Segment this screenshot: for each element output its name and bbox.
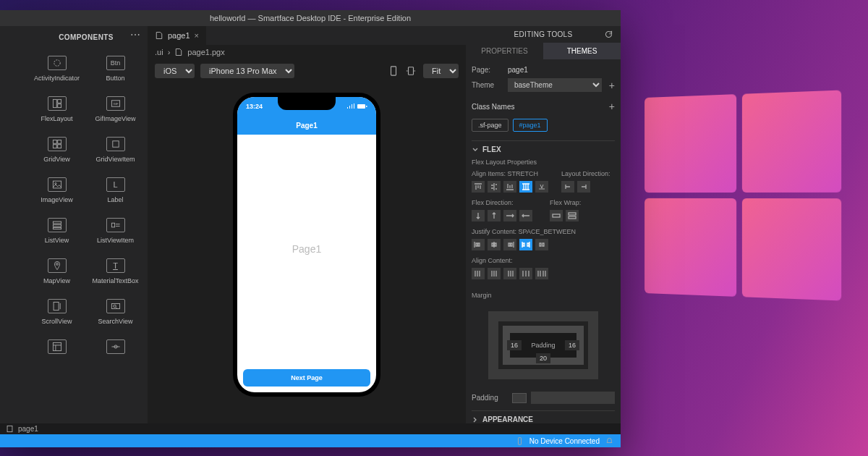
dir-col-rev[interactable] — [488, 210, 501, 221]
close-icon[interactable]: × — [195, 31, 199, 40]
editing-tools-panel: EDITING TOOLS PROPERTIES THEMES Page: pa… — [466, 26, 621, 423]
device-status[interactable]: No Device Connected — [529, 437, 600, 445]
margin-bottom-value[interactable]: 20 — [536, 353, 550, 363]
ac-1[interactable] — [472, 268, 485, 279]
design-canvas[interactable]: 13:24 Page1 Page1 Next Page — [148, 83, 466, 423]
phone-frame: 13:24 Page1 Page1 Next Page — [233, 93, 380, 397]
fit-select[interactable]: Fit — [423, 64, 459, 78]
align-start[interactable] — [472, 181, 485, 193]
editor-area: page1 × .ui › page1.pgx iOS iPhone 13 Pr… — [148, 26, 466, 423]
component-SearchView[interactable]: SearchView — [86, 293, 145, 331]
ac-5[interactable] — [535, 268, 548, 279]
flex-section[interactable]: FLEX — [472, 140, 615, 156]
battery-icon — [357, 104, 367, 109]
component-GridView[interactable]: GridView — [27, 131, 86, 169]
add-class-button[interactable]: + — [609, 101, 615, 112]
margin-right-value[interactable]: 16 — [565, 340, 579, 350]
components-title: COMPONENTS — [25, 29, 148, 46]
search-icon — [106, 299, 125, 313]
phone-icon[interactable] — [388, 66, 399, 76]
theme-row: Theme baseTheme + — [472, 76, 615, 94]
platform-select[interactable]: iOS — [155, 64, 195, 78]
svg-rect-11 — [53, 181, 61, 188]
component-ListViewItem[interactable]: ListViewItem — [86, 212, 145, 250]
rtl-button[interactable] — [577, 181, 590, 193]
justify-between[interactable] — [519, 239, 532, 250]
phone-notch — [278, 97, 336, 110]
activity-bar[interactable] — [0, 26, 25, 423]
box-model-editor[interactable]: Padding 16 16 20 — [478, 305, 608, 385]
panel-title: EDITING TOOLS — [466, 26, 621, 43]
justify-end[interactable] — [503, 239, 516, 250]
device-icon — [516, 437, 524, 445]
chip-page1[interactable]: #page1 — [513, 119, 548, 132]
component-ActivityIndicator[interactable]: ActivityIndicator — [27, 50, 86, 88]
layout-icon — [48, 96, 67, 111]
device-select[interactable]: iPhone 13 Pro Max — [200, 64, 294, 78]
justify-start[interactable] — [472, 239, 485, 250]
dir-col[interactable] — [472, 210, 485, 221]
component-Button[interactable]: BtnButton — [86, 50, 145, 88]
padding-input[interactable] — [531, 392, 615, 404]
component-GifImageView[interactable]: GIFGifImageView — [86, 90, 145, 128]
component-ImageView[interactable]: ImageView — [27, 172, 86, 209]
chip-sf-page[interactable]: .sf-page — [472, 119, 509, 132]
chevron-down-icon — [472, 146, 479, 153]
dir-row[interactable] — [503, 210, 516, 221]
tab-themes[interactable]: THEMES — [543, 43, 621, 59]
rotate-icon[interactable] — [406, 66, 416, 76]
component-ListView[interactable]: ListView — [27, 212, 86, 250]
page-name-row: Page: page1 — [472, 64, 615, 76]
svg-rect-8 — [53, 145, 56, 148]
ac-3[interactable] — [503, 268, 516, 279]
signal-icon — [346, 104, 355, 109]
refresh-icon[interactable] — [604, 30, 613, 39]
justify-content-options — [472, 237, 615, 255]
grid-icon — [48, 137, 67, 151]
class-chips: .sf-page #page1 — [472, 114, 615, 136]
svg-rect-18 — [54, 302, 59, 310]
slider-icon — [106, 339, 125, 354]
ide-window: helloworld — Smartface Desktop IDE - Ent… — [0, 10, 621, 447]
component-ScrollView[interactable]: ScrollView — [27, 293, 86, 331]
file-icon — [174, 48, 183, 56]
component-GridViewItem[interactable]: GridViewItem — [86, 131, 145, 169]
align-stretch[interactable] — [519, 181, 532, 193]
ac-2[interactable] — [488, 268, 501, 279]
breadcrumb[interactable]: .ui › page1.pgx — [148, 45, 466, 59]
ltr-button[interactable] — [561, 181, 574, 193]
justify-center[interactable] — [488, 239, 501, 250]
component-slider[interactable] — [86, 334, 145, 364]
page-body[interactable]: Page1 — [237, 135, 376, 363]
component-MapView[interactable]: MapView — [27, 253, 86, 290]
ac-4[interactable] — [519, 268, 532, 279]
file-icon — [155, 31, 163, 40]
component-FlexLayout[interactable]: FlexLayout — [27, 90, 86, 128]
file-tab[interactable]: page1 × — [148, 26, 206, 45]
component-Label[interactable]: LLabel — [86, 172, 145, 209]
padding-lock-icon[interactable] — [512, 393, 527, 403]
bell-icon[interactable] — [605, 437, 613, 445]
align-baseline[interactable] — [535, 181, 548, 193]
justify-around[interactable] — [535, 239, 548, 250]
align-end[interactable] — [503, 181, 516, 193]
component-MaterialTextBox[interactable]: TMaterialTextBox — [86, 253, 145, 290]
tab-bar: page1 × — [148, 26, 466, 45]
align-center[interactable] — [488, 181, 501, 193]
component-panel[interactable] — [27, 334, 86, 364]
next-page-button[interactable]: Next Page — [243, 369, 370, 387]
margin-left-value[interactable]: 16 — [507, 340, 522, 350]
theme-select[interactable]: baseTheme — [508, 78, 602, 92]
svg-rect-23 — [391, 67, 396, 75]
appearance-section[interactable]: APPEARANCE — [472, 410, 615, 423]
wrap-none[interactable] — [550, 210, 563, 221]
scroll-icon — [48, 299, 67, 313]
add-theme-button[interactable]: + — [609, 80, 615, 91]
wrap-wrap[interactable] — [566, 210, 579, 221]
dir-row-rev[interactable] — [519, 210, 532, 221]
svg-rect-29 — [569, 216, 576, 219]
tab-properties[interactable]: PROPERTIES — [466, 43, 543, 59]
layout-direction-options — [561, 180, 615, 197]
L-icon: L — [106, 177, 125, 192]
more-icon[interactable]: ⋯ — [130, 29, 140, 41]
